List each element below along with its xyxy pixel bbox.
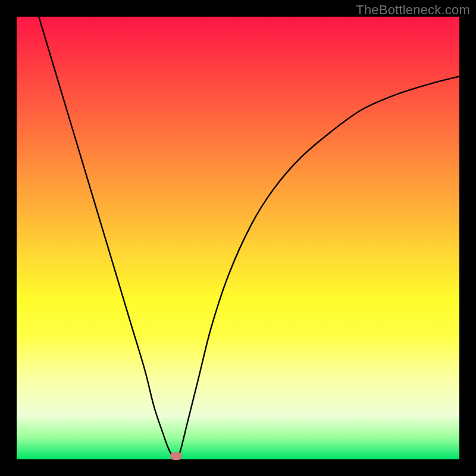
bottleneck-curve: [17, 17, 459, 459]
optimal-point-marker: [170, 452, 182, 460]
watermark-text: TheBottleneck.com: [356, 2, 470, 18]
chart-plot-area: [17, 17, 459, 459]
chart-frame: TheBottleneck.com: [0, 0, 476, 476]
